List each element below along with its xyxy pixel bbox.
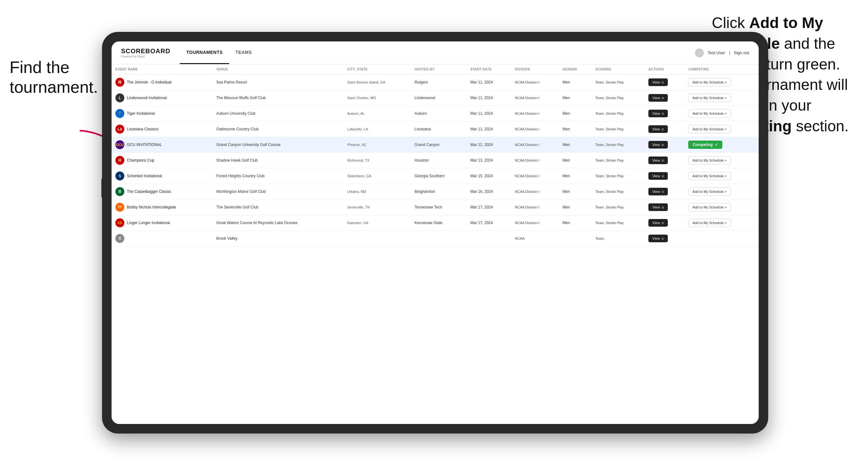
venue-text: Grand Canyon University Golf Course bbox=[216, 143, 280, 147]
venue-text: The Missouri Bluffs Golf Club bbox=[216, 96, 266, 100]
view-button[interactable]: View ⊙ bbox=[648, 235, 668, 242]
event-name-cell: GCU GCU INVITATIONAL bbox=[115, 140, 209, 149]
team-logo: R bbox=[115, 78, 124, 87]
event-name-cell: T Tiger Invitational bbox=[115, 109, 209, 118]
division: NCAA Division I bbox=[515, 112, 540, 115]
event-name-text: Champions Cup bbox=[127, 158, 154, 162]
scoring: Team, Stroke Play bbox=[595, 143, 624, 147]
hosted-by: Louisiana bbox=[415, 127, 431, 131]
division: NCAA Division I bbox=[515, 174, 540, 178]
city-text: Saint Charles, MO bbox=[347, 96, 376, 100]
team-logo: L bbox=[115, 93, 124, 102]
view-label: View bbox=[652, 143, 660, 147]
sign-out-link[interactable]: Sign out bbox=[734, 50, 749, 55]
view-button[interactable]: View ⊙ bbox=[648, 219, 668, 227]
venue-text: The Sevierville Golf Club bbox=[216, 205, 258, 210]
team-logo: LA bbox=[115, 125, 124, 133]
gender: Men bbox=[563, 158, 570, 162]
hosted-by: Kennesaw State bbox=[415, 221, 442, 225]
table-row: B The Carpetbagger Classic Worthington M… bbox=[112, 184, 759, 199]
venue-text: Brook Valley bbox=[216, 236, 237, 241]
gender: Men bbox=[563, 205, 570, 210]
add-to-schedule-button[interactable]: Add to My Schedule + bbox=[688, 125, 731, 133]
col-start-date: START DATE bbox=[466, 64, 511, 74]
add-to-schedule-button[interactable]: Add to My Schedule + bbox=[688, 187, 731, 196]
eye-icon: ⊙ bbox=[661, 127, 664, 131]
eye-icon: ⊙ bbox=[661, 190, 664, 193]
table-row: S Schenkel Invitational Forest Heights C… bbox=[112, 168, 759, 184]
view-button[interactable]: View ⊙ bbox=[648, 79, 668, 86]
tab-teams[interactable]: TEAMS bbox=[229, 41, 258, 64]
scoring: Team, Stroke Play bbox=[595, 112, 624, 115]
view-button[interactable]: View ⊙ bbox=[648, 141, 668, 149]
view-button[interactable]: View ⊙ bbox=[648, 157, 668, 164]
view-button[interactable]: View ⊙ bbox=[648, 125, 668, 133]
add-schedule-label: Add to My Schedule + bbox=[692, 127, 727, 131]
eye-icon: ⊙ bbox=[661, 96, 664, 100]
event-name-cell: H Champions Cup bbox=[115, 156, 209, 165]
logo-area: SCOREBOARD Powered by clippd bbox=[121, 48, 170, 58]
table-row: L Lindenwood Invitational The Missouri B… bbox=[112, 90, 759, 106]
team-logo: T bbox=[115, 109, 124, 118]
division: NCAA Division I bbox=[515, 221, 540, 225]
city-text: Lafayette, LA bbox=[347, 127, 368, 131]
city-text: Phoenix, AZ bbox=[347, 143, 366, 147]
view-button[interactable]: View ⊙ bbox=[648, 188, 668, 195]
table-container[interactable]: EVENT NAME VENUE CITY, STATE HOSTED BY S… bbox=[112, 64, 759, 424]
add-to-schedule-button[interactable]: Add to My Schedule + bbox=[688, 203, 731, 211]
event-name-cell: TT Bobby Nichols Intercollegiate bbox=[115, 203, 209, 212]
division: NCAA Division I bbox=[515, 127, 540, 131]
col-event-name: EVENT NAME bbox=[112, 64, 212, 74]
add-to-schedule-button[interactable]: Add to My Schedule + bbox=[688, 156, 731, 164]
add-schedule-label: Add to My Schedule + bbox=[692, 80, 727, 84]
add-to-schedule-button[interactable]: Add to My Schedule + bbox=[688, 110, 731, 118]
gender: Men bbox=[563, 143, 570, 147]
table-row: GCU GCU INVITATIONAL Grand Canyon Univer… bbox=[112, 137, 759, 153]
team-logo: GCU bbox=[115, 140, 124, 149]
venue-text: Oakbourne Country Club bbox=[216, 127, 258, 131]
col-gender: GENDER bbox=[559, 64, 592, 74]
eye-icon: ⊙ bbox=[661, 175, 664, 178]
col-city-state: CITY, STATE bbox=[344, 64, 411, 74]
event-name-text: Lindenwood Invitational bbox=[127, 96, 167, 100]
add-to-schedule-button[interactable]: Add to My Schedule + bbox=[688, 219, 731, 227]
scoring: Team, Stroke Play bbox=[595, 221, 624, 225]
start-date: Mar 11, 2024 bbox=[470, 80, 493, 85]
table-row: T Tiger Invitational Auburn University C… bbox=[112, 106, 759, 121]
event-name-text: Louisiana Classics bbox=[127, 127, 158, 131]
event-name-cell: B The Carpetbagger Classic bbox=[115, 187, 209, 196]
scoring: Team, Stroke Play bbox=[595, 80, 624, 84]
scoring: Team, Stroke Play bbox=[595, 127, 624, 131]
start-date: Mar 11, 2024 bbox=[470, 111, 493, 116]
add-schedule-label: Add to My Schedule + bbox=[692, 174, 727, 178]
start-date: Mar 16, 2024 bbox=[470, 189, 493, 194]
hosted-by: Grand Canyon bbox=[415, 143, 440, 147]
table-row: KS Linger Longer Invitational Great Wate… bbox=[112, 215, 759, 231]
add-to-schedule-button[interactable]: Add to My Schedule + bbox=[688, 172, 731, 180]
event-name-cell: L Lindenwood Invitational bbox=[115, 93, 209, 102]
user-avatar bbox=[695, 49, 704, 57]
gender: Men bbox=[563, 80, 570, 85]
col-venue: VENUE bbox=[212, 64, 343, 74]
add-to-schedule-button[interactable]: Add to My Schedule + bbox=[688, 78, 731, 86]
hosted-by: Houston bbox=[415, 158, 429, 162]
tab-tournaments[interactable]: TOURNAMENTS bbox=[180, 41, 229, 64]
table-row: X Brook ValleyNCAATeam, View ⊙ bbox=[112, 231, 759, 246]
view-button[interactable]: View ⊙ bbox=[648, 204, 668, 211]
event-name-cell: R The Johnnie - O Individual bbox=[115, 78, 209, 87]
view-button[interactable]: View ⊙ bbox=[648, 172, 668, 180]
add-to-schedule-button[interactable]: Add to My Schedule + bbox=[688, 94, 731, 102]
view-button[interactable]: View ⊙ bbox=[648, 110, 668, 117]
venue-text: Worthington Manor Golf Club bbox=[216, 189, 266, 194]
hosted-by: Lindenwood bbox=[415, 96, 435, 100]
view-button[interactable]: View ⊙ bbox=[648, 94, 668, 102]
gender: Men bbox=[563, 174, 570, 178]
event-name-cell: KS Linger Longer Invitational bbox=[115, 218, 209, 227]
view-label: View bbox=[652, 127, 660, 131]
team-logo: B bbox=[115, 187, 124, 196]
eye-icon: ⊙ bbox=[661, 237, 664, 240]
city-text: Richmond, TX bbox=[347, 158, 370, 162]
view-label: View bbox=[652, 221, 660, 225]
hosted-by: Tennessee Tech bbox=[415, 205, 442, 210]
competing-button[interactable]: Competing ✓ bbox=[688, 141, 722, 149]
